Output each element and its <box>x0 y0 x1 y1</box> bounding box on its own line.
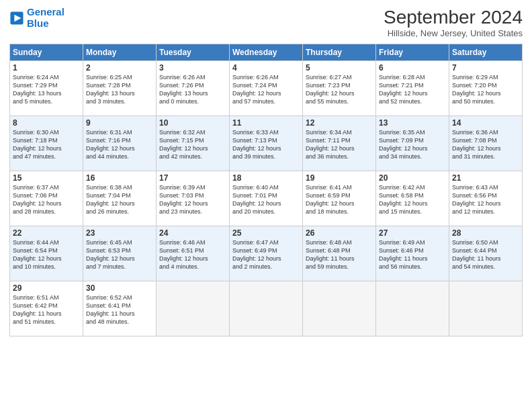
page-header: General Blue September 2024 Hillside, Ne… <box>9 7 523 38</box>
title-area: September 2024 Hillside, New Jersey, Uni… <box>384 7 523 38</box>
calendar-cell <box>230 281 303 336</box>
col-header-friday: Friday <box>376 44 449 61</box>
cell-info: Sunrise: 6:44 AMSunset: 6:54 PMDaylight:… <box>13 238 80 271</box>
calendar-cell: 29Sunrise: 6:51 AMSunset: 6:42 PMDayligh… <box>10 281 83 336</box>
day-number: 17 <box>159 173 226 183</box>
day-number: 2 <box>86 63 153 73</box>
calendar-cell: 10Sunrise: 6:32 AMSunset: 7:15 PMDayligh… <box>157 116 230 171</box>
col-header-saturday: Saturday <box>449 44 523 61</box>
calendar-cell: 28Sunrise: 6:50 AMSunset: 6:44 PMDayligh… <box>449 226 523 281</box>
calendar-cell: 11Sunrise: 6:33 AMSunset: 7:13 PMDayligh… <box>230 116 303 171</box>
cell-info: Sunrise: 6:49 AMSunset: 6:46 PMDaylight:… <box>379 238 446 271</box>
calendar-cell: 17Sunrise: 6:39 AMSunset: 7:03 PMDayligh… <box>157 171 230 226</box>
col-header-monday: Monday <box>83 44 157 61</box>
day-number: 7 <box>452 63 519 73</box>
cell-info: Sunrise: 6:46 AMSunset: 6:51 PMDaylight:… <box>159 238 226 271</box>
day-number: 30 <box>86 283 153 293</box>
logo-text: General Blue <box>27 7 64 29</box>
calendar-cell: 15Sunrise: 6:37 AMSunset: 7:06 PMDayligh… <box>10 171 83 226</box>
week-row: 15Sunrise: 6:37 AMSunset: 7:06 PMDayligh… <box>10 171 523 226</box>
day-number: 25 <box>232 228 300 238</box>
calendar-cell: 8Sunrise: 6:30 AMSunset: 7:18 PMDaylight… <box>10 116 83 171</box>
cell-info: Sunrise: 6:30 AMSunset: 7:18 PMDaylight:… <box>13 128 80 161</box>
cell-info: Sunrise: 6:42 AMSunset: 6:58 PMDaylight:… <box>379 183 446 216</box>
calendar-cell: 22Sunrise: 6:44 AMSunset: 6:54 PMDayligh… <box>10 226 83 281</box>
calendar-cell: 9Sunrise: 6:31 AMSunset: 7:16 PMDaylight… <box>83 116 157 171</box>
day-number: 18 <box>232 173 300 183</box>
col-header-wednesday: Wednesday <box>230 44 303 61</box>
week-row: 1Sunrise: 6:24 AMSunset: 7:29 PMDaylight… <box>10 61 523 116</box>
day-number: 23 <box>86 228 153 238</box>
calendar-cell: 3Sunrise: 6:26 AMSunset: 7:26 PMDaylight… <box>157 61 230 116</box>
calendar-cell <box>376 281 449 336</box>
logo-line1: General <box>27 6 64 17</box>
calendar-cell: 5Sunrise: 6:27 AMSunset: 7:23 PMDaylight… <box>303 61 376 116</box>
calendar-cell: 18Sunrise: 6:40 AMSunset: 7:01 PMDayligh… <box>230 171 303 226</box>
day-number: 14 <box>452 118 519 128</box>
calendar-cell: 1Sunrise: 6:24 AMSunset: 7:29 PMDaylight… <box>10 61 83 116</box>
calendar-cell: 7Sunrise: 6:29 AMSunset: 7:20 PMDaylight… <box>449 61 523 116</box>
cell-info: Sunrise: 6:31 AMSunset: 7:16 PMDaylight:… <box>86 128 153 161</box>
day-number: 24 <box>159 228 226 238</box>
day-number: 5 <box>306 63 373 73</box>
calendar-cell <box>157 281 230 336</box>
day-number: 6 <box>379 63 446 73</box>
cell-info: Sunrise: 6:41 AMSunset: 6:59 PMDaylight:… <box>306 183 373 216</box>
cell-info: Sunrise: 6:48 AMSunset: 6:48 PMDaylight:… <box>306 238 373 271</box>
day-number: 12 <box>306 118 373 128</box>
day-number: 21 <box>452 173 519 183</box>
day-number: 1 <box>13 63 80 73</box>
cell-info: Sunrise: 6:25 AMSunset: 7:28 PMDaylight:… <box>86 73 153 106</box>
location: Hillside, New Jersey, United States <box>384 28 523 38</box>
calendar-cell: 21Sunrise: 6:43 AMSunset: 6:56 PMDayligh… <box>449 171 523 226</box>
day-number: 29 <box>13 283 80 293</box>
cell-info: Sunrise: 6:51 AMSunset: 6:42 PMDaylight:… <box>13 293 80 326</box>
day-number: 8 <box>13 118 80 128</box>
cell-info: Sunrise: 6:29 AMSunset: 7:20 PMDaylight:… <box>452 73 519 106</box>
cell-info: Sunrise: 6:34 AMSunset: 7:11 PMDaylight:… <box>306 128 373 161</box>
cell-info: Sunrise: 6:50 AMSunset: 6:44 PMDaylight:… <box>452 238 519 271</box>
cell-info: Sunrise: 6:24 AMSunset: 7:29 PMDaylight:… <box>13 73 80 106</box>
day-number: 27 <box>379 228 446 238</box>
calendar-cell: 20Sunrise: 6:42 AMSunset: 6:58 PMDayligh… <box>376 171 449 226</box>
day-number: 10 <box>159 118 226 128</box>
week-row: 29Sunrise: 6:51 AMSunset: 6:42 PMDayligh… <box>10 281 523 336</box>
day-number: 28 <box>452 228 519 238</box>
calendar-cell: 25Sunrise: 6:47 AMSunset: 6:49 PMDayligh… <box>230 226 303 281</box>
cell-info: Sunrise: 6:26 AMSunset: 7:26 PMDaylight:… <box>159 73 226 106</box>
cell-info: Sunrise: 6:32 AMSunset: 7:15 PMDaylight:… <box>159 128 226 161</box>
cell-info: Sunrise: 6:37 AMSunset: 7:06 PMDaylight:… <box>13 183 80 216</box>
cell-info: Sunrise: 6:27 AMSunset: 7:23 PMDaylight:… <box>306 73 373 106</box>
month-title: September 2024 <box>384 7 523 28</box>
calendar-cell: 26Sunrise: 6:48 AMSunset: 6:48 PMDayligh… <box>303 226 376 281</box>
cell-info: Sunrise: 6:43 AMSunset: 6:56 PMDaylight:… <box>452 183 519 216</box>
day-number: 9 <box>86 118 153 128</box>
calendar-table: SundayMondayTuesdayWednesdayThursdayFrid… <box>9 44 523 336</box>
cell-info: Sunrise: 6:52 AMSunset: 6:41 PMDaylight:… <box>86 293 153 326</box>
day-number: 15 <box>13 173 80 183</box>
day-number: 13 <box>379 118 446 128</box>
col-header-thursday: Thursday <box>303 44 376 61</box>
logo: General Blue <box>9 7 64 29</box>
cell-info: Sunrise: 6:35 AMSunset: 7:09 PMDaylight:… <box>379 128 446 161</box>
calendar-cell: 14Sunrise: 6:36 AMSunset: 7:08 PMDayligh… <box>449 116 523 171</box>
calendar-cell: 19Sunrise: 6:41 AMSunset: 6:59 PMDayligh… <box>303 171 376 226</box>
cell-info: Sunrise: 6:39 AMSunset: 7:03 PMDaylight:… <box>159 183 226 216</box>
calendar-cell: 6Sunrise: 6:28 AMSunset: 7:21 PMDaylight… <box>376 61 449 116</box>
calendar-cell: 27Sunrise: 6:49 AMSunset: 6:46 PMDayligh… <box>376 226 449 281</box>
day-number: 20 <box>379 173 446 183</box>
cell-info: Sunrise: 6:26 AMSunset: 7:24 PMDaylight:… <box>232 73 300 106</box>
calendar-cell: 16Sunrise: 6:38 AMSunset: 7:04 PMDayligh… <box>83 171 157 226</box>
header-row: SundayMondayTuesdayWednesdayThursdayFrid… <box>10 44 523 61</box>
calendar-cell: 2Sunrise: 6:25 AMSunset: 7:28 PMDaylight… <box>83 61 157 116</box>
col-header-sunday: Sunday <box>10 44 83 61</box>
calendar-cell <box>303 281 376 336</box>
cell-info: Sunrise: 6:47 AMSunset: 6:49 PMDaylight:… <box>232 238 300 271</box>
calendar-cell: 4Sunrise: 6:26 AMSunset: 7:24 PMDaylight… <box>230 61 303 116</box>
col-header-tuesday: Tuesday <box>157 44 230 61</box>
calendar-cell: 23Sunrise: 6:45 AMSunset: 6:53 PMDayligh… <box>83 226 157 281</box>
calendar-cell: 24Sunrise: 6:46 AMSunset: 6:51 PMDayligh… <box>157 226 230 281</box>
day-number: 22 <box>13 228 80 238</box>
cell-info: Sunrise: 6:40 AMSunset: 7:01 PMDaylight:… <box>232 183 300 216</box>
day-number: 16 <box>86 173 153 183</box>
